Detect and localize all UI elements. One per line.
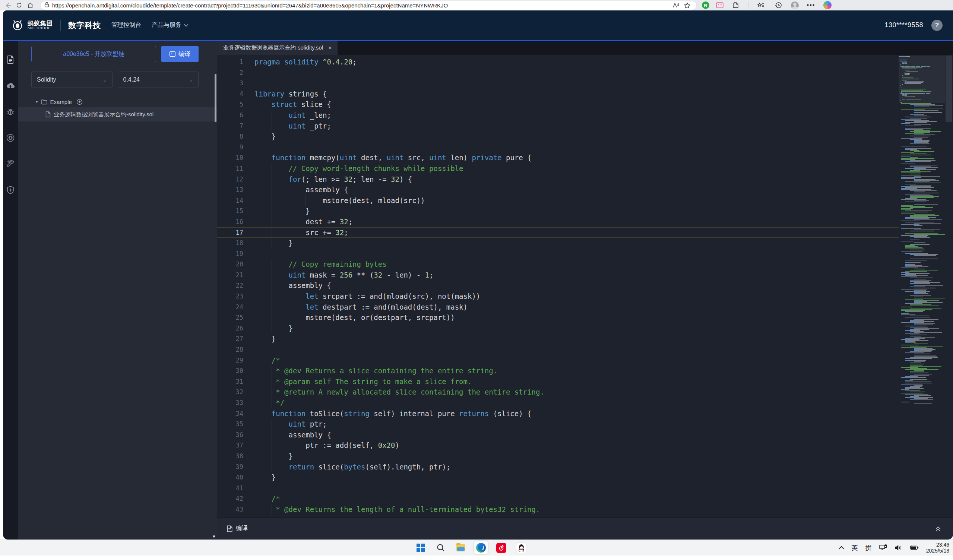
files-icon[interactable]	[6, 55, 15, 64]
code-line: 28	[217, 344, 899, 355]
code-line: 32 * @return A newly allocated slice con…	[217, 387, 899, 397]
edge-browser-icon[interactable]	[474, 541, 488, 554]
code-editor[interactable]: 1pragma solidity ^0.4.20;234library stri…	[217, 55, 899, 517]
code-line: 30 * @dev Returns a slice containing the…	[217, 366, 899, 376]
taskbar-clock[interactable]: 23:46 2025/5/13	[926, 542, 949, 554]
code-line: 41	[217, 483, 899, 494]
code-line: 5 struct slice {	[217, 99, 899, 110]
settings-more-icon[interactable]: •••	[806, 1, 816, 10]
nav-console[interactable]: 管理控制台	[112, 21, 141, 29]
code-line: 9	[217, 142, 899, 153]
chevron-down-icon	[184, 24, 188, 27]
code-line: 13 assembly {	[217, 185, 899, 195]
cloud-ide-app: 蚂蚁集团 ANT GROUP 数字科技 管理控制台 产品与服务 130****9…	[3, 11, 953, 540]
code-line: 19	[217, 248, 899, 259]
extensions-puzzle-icon[interactable]	[730, 1, 741, 10]
header-divider	[61, 20, 61, 31]
account-phone[interactable]: 130****9558	[885, 21, 923, 29]
version-select[interactable]: 0.4.24 ⌄	[118, 71, 199, 88]
file-explorer-icon[interactable]	[454, 541, 468, 554]
code-line: 16 dest += 32;	[217, 216, 899, 227]
read-aloud-icon[interactable]	[670, 1, 681, 10]
bottom-panel: 编译	[217, 517, 953, 540]
code-line: 2	[217, 67, 899, 78]
code-line: 20 // Copy remaining bytes	[217, 259, 899, 270]
bottom-compile-tab[interactable]: 编译	[227, 524, 248, 532]
extension-tv-icon[interactable]	[716, 2, 723, 8]
bug-icon[interactable]	[6, 107, 15, 116]
help-icon[interactable]: ?	[931, 20, 942, 31]
volume-icon[interactable]	[894, 544, 902, 551]
file-tree: ▾ Example 业务逻辑数据浏览器展示合约-solidity.sol	[18, 96, 217, 121]
ant-group-logo[interactable]: 蚂蚁集团 ANT GROUP	[11, 19, 53, 32]
taskbar-search-icon[interactable]	[434, 541, 448, 554]
code-line: 37 ptr := add(self, 0x20)	[217, 440, 899, 451]
tab-contract-file[interactable]: 业务逻辑数据浏览器展示合约-solidity.sol ×	[217, 41, 338, 55]
code-line: 38 }	[217, 451, 899, 462]
folder-icon	[41, 99, 47, 105]
tools-icon[interactable]	[6, 160, 15, 168]
copilot-icon[interactable]	[823, 1, 832, 9]
extension-n-icon[interactable]: N	[702, 2, 709, 9]
tray-expand-icon[interactable]	[839, 546, 844, 549]
bug-scan-icon[interactable]	[6, 133, 15, 142]
nav-products[interactable]: 产品与服务	[152, 21, 188, 29]
address-bar[interactable]: https://openchain.antdigital.com/cloudid…	[40, 1, 697, 10]
url-text[interactable]: https://openchain.antdigital.com/cloudid…	[52, 2, 670, 9]
panel-resize-handle[interactable]: ▾	[213, 534, 215, 539]
cast-device-icon[interactable]	[879, 544, 887, 551]
code-line: 14 mstore(dest, mload(src))	[217, 195, 899, 206]
code-line: 40 }	[217, 472, 899, 483]
start-button[interactable]	[414, 541, 428, 554]
code-line: 43 * @dev Returns the length of a null-t…	[217, 504, 899, 515]
scrollbar-thumb[interactable]	[945, 56, 952, 122]
close-icon[interactable]: ×	[328, 45, 332, 51]
code-line: 26 }	[217, 323, 899, 334]
editor-scrollbar[interactable]	[945, 55, 953, 517]
site-lock-icon[interactable]	[44, 2, 49, 9]
compile-button[interactable]: 编译	[161, 46, 199, 62]
browser-back-button[interactable]	[2, 1, 13, 10]
minimap-viewport	[899, 56, 945, 103]
browser-home-button[interactable]	[25, 1, 36, 10]
qq-icon[interactable]	[514, 541, 528, 554]
ime-pinyin-indicator[interactable]: 拼	[865, 544, 872, 552]
shield-plus-icon[interactable]	[6, 186, 15, 194]
code-line: 42 /*	[217, 493, 899, 504]
history-icon[interactable]	[773, 1, 784, 10]
collections-icon[interactable]	[755, 1, 766, 10]
tree-folder-example[interactable]: ▾ Example	[18, 96, 217, 107]
clock-date: 2025/5/13	[926, 548, 949, 554]
code-line: 22 assembly {	[217, 280, 899, 291]
code-line: 39 return slice(bytes(self).length, ptr)…	[217, 462, 899, 472]
code-line: 31 * @param self The string to make a sl…	[217, 376, 899, 387]
clock-time: 23:46	[926, 542, 949, 548]
code-line: 8 }	[217, 131, 899, 142]
code-line: 17 src += 32;	[217, 227, 899, 238]
expand-panel-icon[interactable]	[934, 525, 942, 532]
favorite-star-icon[interactable]	[681, 1, 692, 10]
code-line: 7 uint _ptr;	[217, 121, 899, 132]
browser-refresh-button[interactable]	[13, 1, 25, 10]
chain-selector[interactable]: a00e36c5 - 开放联盟链	[31, 46, 156, 62]
tree-file-contract[interactable]: 业务逻辑数据浏览器展示合约-solidity.sol	[18, 107, 217, 121]
cloud-upload-small-icon[interactable]	[76, 99, 83, 105]
code-line: 6 uint _len;	[217, 110, 899, 121]
code-line: 18 }	[217, 238, 899, 248]
code-line: 1pragma solidity ^0.4.20;	[217, 57, 899, 67]
panel-scrollbar[interactable]	[214, 74, 216, 122]
product-title: 数字科技	[68, 20, 101, 31]
windows-taskbar: 英 拼 23:46 2025/5/13	[0, 540, 953, 555]
side-panel: a00e36c5 - 开放联盟链 编译 Solidity ⌄ 0.4.24 ⌄	[18, 41, 217, 540]
ime-english-indicator[interactable]: 英	[852, 544, 858, 552]
browser-profile-avatar[interactable]	[791, 2, 799, 9]
language-select[interactable]: Solidity ⌄	[31, 71, 113, 88]
caret-down-icon[interactable]: ▾	[36, 99, 38, 104]
code-line: 21 uint mask = 256 ** (32 - len) - 1;	[217, 270, 899, 281]
app-header: 蚂蚁集团 ANT GROUP 数字科技 管理控制台 产品与服务 130****9…	[3, 11, 953, 41]
cloud-upload-icon[interactable]	[6, 81, 15, 90]
netease-music-icon[interactable]	[494, 541, 508, 554]
code-line: 27 }	[217, 334, 899, 344]
minimap[interactable]	[899, 55, 945, 517]
battery-charging-icon[interactable]	[910, 545, 919, 551]
